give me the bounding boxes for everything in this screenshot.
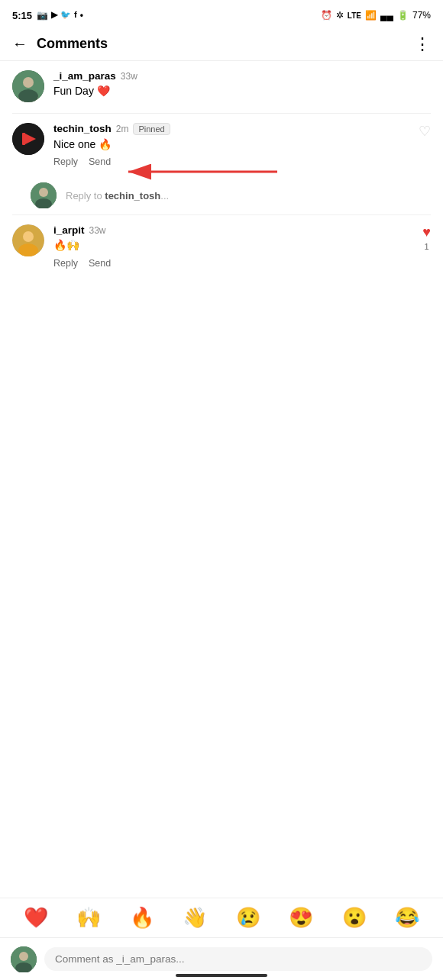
comment-content: techin_tosh 2m Pinned Nice one 🔥 Reply S… bbox=[53, 123, 409, 168]
dot-icon: • bbox=[80, 10, 83, 21]
emoji-bar: ❤️ 🙌 🔥 👋 😢 😍 😮 😂 bbox=[0, 898, 443, 937]
svg-rect-6 bbox=[22, 133, 25, 145]
emoji-surprised[interactable]: 😮 bbox=[342, 906, 367, 930]
emoji-cry[interactable]: 😢 bbox=[236, 906, 260, 930]
svg-point-13 bbox=[23, 231, 34, 242]
comment-row: techin_tosh 2m Pinned Nice one 🔥 Reply S… bbox=[0, 114, 443, 177]
comment-row: _i_am_paras 33w Fun Day ❤️ bbox=[0, 61, 443, 113]
emoji-laugh[interactable]: 😂 bbox=[395, 906, 419, 930]
twitter-icon: 🐦 bbox=[60, 10, 71, 21]
avatar-image bbox=[12, 70, 44, 102]
avatar bbox=[12, 224, 44, 256]
status-icons: 📷 ▶ 🐦 f • bbox=[37, 10, 83, 21]
facebook-icon: f bbox=[74, 10, 77, 21]
comments-header: ← Comments ⋮ bbox=[0, 27, 443, 61]
comment-username: _i_am_paras bbox=[53, 70, 116, 82]
heart-filled-icon: ♥ bbox=[422, 224, 431, 240]
like-button[interactable]: ♥ 1 bbox=[422, 224, 431, 251]
svg-point-1 bbox=[23, 77, 34, 88]
battery-icon: 🔋 bbox=[397, 10, 409, 21]
send-button[interactable]: Send bbox=[89, 258, 111, 269]
comment-text: Fun Day ❤️ bbox=[53, 84, 431, 99]
comment-actions: Reply Send bbox=[53, 258, 413, 269]
emoji-wave[interactable]: 👋 bbox=[183, 906, 207, 930]
like-count: 1 bbox=[425, 242, 429, 251]
comment-timestamp: 33w bbox=[121, 71, 137, 82]
input-avatar-image bbox=[11, 946, 37, 972]
comment-input-avatar bbox=[11, 946, 37, 972]
comment-timestamp: 2m bbox=[116, 124, 129, 134]
comment-row: i_arpit 33w 🔥🙌 Reply Send ♥ 1 bbox=[0, 215, 443, 278]
pinned-badge: Pinned bbox=[133, 123, 170, 135]
emoji-clap[interactable]: 🙌 bbox=[76, 906, 101, 930]
reply-button[interactable]: Reply bbox=[53, 258, 78, 269]
comment-input[interactable] bbox=[44, 947, 432, 971]
signal-icon: ▄▄ bbox=[380, 10, 393, 21]
emoji-fire[interactable]: 🔥 bbox=[130, 906, 154, 930]
avatar bbox=[12, 123, 44, 155]
comment-text: 🔥🙌 bbox=[53, 238, 413, 253]
comment-text: Nice one 🔥 bbox=[53, 137, 409, 153]
status-right-icons: ⏰ ✲ LTE 📶 ▄▄ 🔋 77% bbox=[321, 10, 431, 21]
send-button[interactable]: Send bbox=[89, 156, 111, 167]
time-display: 5:15 bbox=[12, 10, 32, 21]
avatar-image bbox=[12, 123, 44, 155]
svg-point-16 bbox=[19, 952, 28, 961]
like-button[interactable]: ♡ bbox=[419, 123, 431, 140]
bluetooth-icon: ✲ bbox=[336, 10, 344, 21]
reply-avatar-image bbox=[31, 182, 57, 208]
page-title: Comments bbox=[37, 36, 108, 52]
battery-percent: 77% bbox=[412, 10, 431, 21]
wifi-icon: 📶 bbox=[365, 10, 377, 21]
comment-username: techin_tosh bbox=[53, 123, 112, 134]
more-options-button[interactable]: ⋮ bbox=[414, 36, 431, 53]
comment-content: _i_am_paras 33w Fun Day ❤️ bbox=[53, 70, 431, 104]
comment-timestamp: 33w bbox=[89, 225, 106, 236]
status-bar: 5:15 📷 ▶ 🐦 f • ⏰ ✲ LTE 📶 ▄▄ 🔋 77% bbox=[0, 0, 443, 27]
avatar bbox=[12, 70, 44, 102]
comment-actions: Reply Send bbox=[53, 156, 409, 167]
back-button[interactable]: ← bbox=[12, 35, 27, 53]
reply-input-placeholder[interactable]: Reply to techin_tosh... bbox=[66, 190, 169, 201]
reply-input-row: Reply to techin_tosh... bbox=[0, 176, 443, 214]
youtube-icon: ▶ bbox=[51, 10, 57, 21]
heart-icon: ♡ bbox=[419, 123, 431, 140]
reply-to-username: techin_tosh bbox=[105, 190, 160, 201]
comments-list: _i_am_paras 33w Fun Day ❤️ techin_tosh 2… bbox=[0, 61, 443, 278]
comment-username: i_arpit bbox=[53, 224, 85, 236]
comment-meta: _i_am_paras 33w bbox=[53, 70, 431, 82]
lte-icon: LTE bbox=[348, 11, 361, 20]
comment-meta: i_arpit 33w bbox=[53, 224, 413, 236]
reply-avatar bbox=[31, 182, 57, 208]
header-left: ← Comments bbox=[12, 35, 108, 53]
reply-button[interactable]: Reply bbox=[53, 156, 78, 167]
home-indicator bbox=[176, 974, 267, 977]
avatar-image bbox=[12, 224, 44, 256]
alarm-icon: ⏰ bbox=[321, 10, 332, 21]
status-time: 5:15 📷 ▶ 🐦 f • bbox=[12, 10, 83, 21]
emoji-heart-eyes[interactable]: 😍 bbox=[289, 906, 313, 930]
instagram-icon: 📷 bbox=[37, 10, 48, 21]
comment-content: i_arpit 33w 🔥🙌 Reply Send bbox=[53, 224, 413, 269]
emoji-heart[interactable]: ❤️ bbox=[24, 906, 48, 930]
comment-meta: techin_tosh 2m Pinned bbox=[53, 123, 409, 135]
svg-point-10 bbox=[39, 188, 48, 197]
